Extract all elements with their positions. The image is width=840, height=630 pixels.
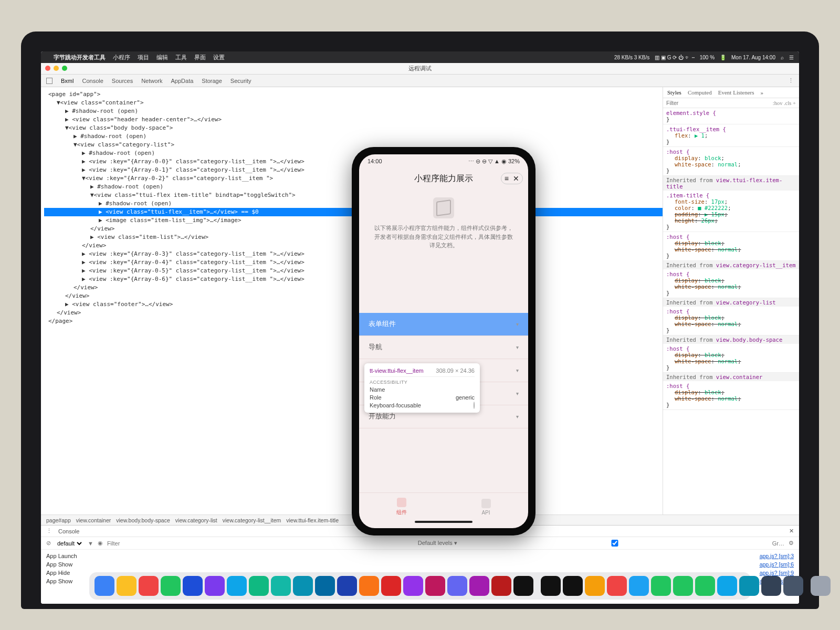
tab-event-listeners[interactable]: Event Listeners [718,89,754,96]
style-rule[interactable]: …:host {display: block;white-space: norm… [663,344,799,373]
dock-app[interactable] [161,576,181,596]
breadcrumb-item[interactable]: view.body.body-space [116,517,170,523]
dock-app[interactable] [359,576,379,596]
log-source-link[interactable]: app.js? [sm]:6 [760,560,794,569]
dock-app[interactable] [94,576,114,596]
dock-app[interactable] [403,576,423,596]
menu-icon[interactable]: ≡ [505,174,509,183]
devtools-tab-bxml[interactable]: Bxml [61,78,74,84]
console-tab[interactable]: Console [58,528,79,534]
mac-menubar[interactable]: 字节跳动开发者工具 小程序项目编辑工具界面设置 28 KB/s 3 KB/s ▥… [41,51,799,63]
minimize-icon[interactable] [54,66,59,71]
dock-app[interactable] [491,576,511,596]
search-icon[interactable]: ⌕ [781,55,784,60]
inspect-icon[interactable] [46,78,52,84]
menu-item[interactable]: 项目 [138,54,149,60]
tab-more[interactable]: » [760,89,763,96]
tab-computed[interactable]: Computed [688,89,712,96]
dom-node[interactable]: ▼<view class="body body-space"> [44,124,663,132]
dock-app[interactable] [425,576,445,596]
dock-app[interactable] [563,576,583,596]
dom-node[interactable]: ▶ #shadow-root (open) [44,132,663,141]
dock-app[interactable] [249,576,269,596]
dock-app[interactable] [227,576,247,596]
dock-app[interactable] [271,576,291,596]
style-rule[interactable]: …:host {display: block;white-space: norm… [663,269,799,298]
menu-item[interactable]: 小程序 [113,54,130,60]
phone-tab[interactable]: API [444,493,528,521]
dock-app[interactable] [585,576,605,596]
dock-app[interactable] [205,576,225,596]
eye-icon[interactable]: ◉ [98,540,103,547]
settings-icon[interactable]: ⚙ [789,540,794,547]
styles-tabs[interactable]: Styles Computed Event Listeners » [663,87,799,98]
dom-node[interactable]: ▶ <view class="header header-center">…</… [44,116,663,124]
devtools-tab-storage[interactable]: Storage [202,78,222,84]
group-checkbox[interactable] [461,540,768,547]
console-log-row[interactable]: App Showapp.js? [sm]:6 [46,560,794,569]
levels-select[interactable]: Default levels ▾ [418,540,457,547]
phone-tabbar[interactable]: 组件API [359,492,528,521]
style-rule[interactable]: …:host {display: block;white-space: norm… [663,232,799,261]
style-rule[interactable]: element.style {} [663,108,799,124]
more-icon[interactable]: ⋮ [788,77,794,84]
devtools-tab-console[interactable]: Console [82,78,103,84]
devtools-tab-sources[interactable]: Sources [112,78,133,84]
breadcrumb-item[interactable]: page#app [46,517,71,523]
menu-item[interactable]: 工具 [175,54,187,60]
menu-item[interactable]: 编辑 [156,54,168,60]
dom-node[interactable]: ▶ #shadow-root (open) [44,107,663,116]
dom-node[interactable]: ▶ #shadow-root (open) [44,149,663,158]
styles-toggles[interactable]: :hov .cls + [773,100,796,106]
dock-app[interactable] [117,576,136,596]
devtools-tab-security[interactable]: Security [230,78,251,84]
dock-app[interactable] [717,576,737,596]
home-indicator[interactable] [359,521,528,528]
control-center-icon[interactable]: ☰ [789,55,794,60]
dom-node[interactable]: <page id="app"> [44,90,663,99]
list-item[interactable]: 表单组件▾ [359,313,528,336]
context-select[interactable]: default [55,540,83,547]
dock-app[interactable] [783,576,803,596]
dock-app[interactable] [695,576,715,596]
dock-app[interactable] [183,576,203,596]
dock-app[interactable] [541,576,561,596]
dock-app[interactable] [315,576,335,596]
devtools-tab-appdata[interactable]: AppData [171,78,194,84]
dock-app[interactable] [469,576,489,596]
phone-tab[interactable]: 组件 [359,493,444,521]
dock-app[interactable] [381,576,401,596]
breadcrumb-item[interactable]: view.ttui-flex.item-title [286,517,339,523]
console-log-row[interactable]: App Launchapp.js? [sm]:3 [46,552,794,560]
style-rule[interactable]: ….item-title {font-size: 17px;color: ■ #… [663,191,799,232]
drawer-toggle-icon[interactable]: ⋮ [46,528,52,534]
dock-app[interactable] [513,576,533,596]
dock-app[interactable] [629,576,649,596]
dock-app[interactable] [293,576,313,596]
style-rule[interactable]: …:host {display: block;white-space: norm… [663,147,799,176]
breadcrumb-item[interactable]: view.container [76,517,111,523]
dock-app[interactable] [337,576,357,596]
dock-app[interactable] [607,576,627,596]
style-rule[interactable]: …:host {display: block;white-space: norm… [663,307,799,335]
maximize-icon[interactable] [62,66,67,71]
close-icon[interactable] [45,66,50,71]
menubar-app[interactable]: 字节跳动开发者工具 [54,54,106,61]
breadcrumb-item[interactable]: view.category-list__item [223,517,281,523]
dock-app[interactable] [447,576,467,596]
traffic-lights[interactable] [45,66,67,71]
console-filter-input[interactable] [107,540,414,547]
style-rule[interactable]: …:host {display: block;white-space: norm… [663,381,799,410]
dock-trash[interactable] [811,576,831,596]
devtools-tab-network[interactable]: Network [141,78,162,84]
dom-node[interactable]: ▼<view class="container"> [44,99,663,107]
close-icon[interactable]: ✕ [789,528,794,534]
style-rule[interactable]: ….ttui-flex__item {flex: ▶ 1;} [663,124,799,147]
breadcrumb-item[interactable]: view.category-list [175,517,217,523]
menu-item[interactable]: 设置 [213,54,225,60]
dom-node[interactable]: ▼<view class="category-list"> [44,141,663,149]
clear-icon[interactable]: ⊘ [46,540,51,547]
dock-app[interactable] [739,576,759,596]
list-item[interactable]: 导航▾ [359,336,528,359]
capsule-button[interactable]: ≡✕ [501,173,523,184]
